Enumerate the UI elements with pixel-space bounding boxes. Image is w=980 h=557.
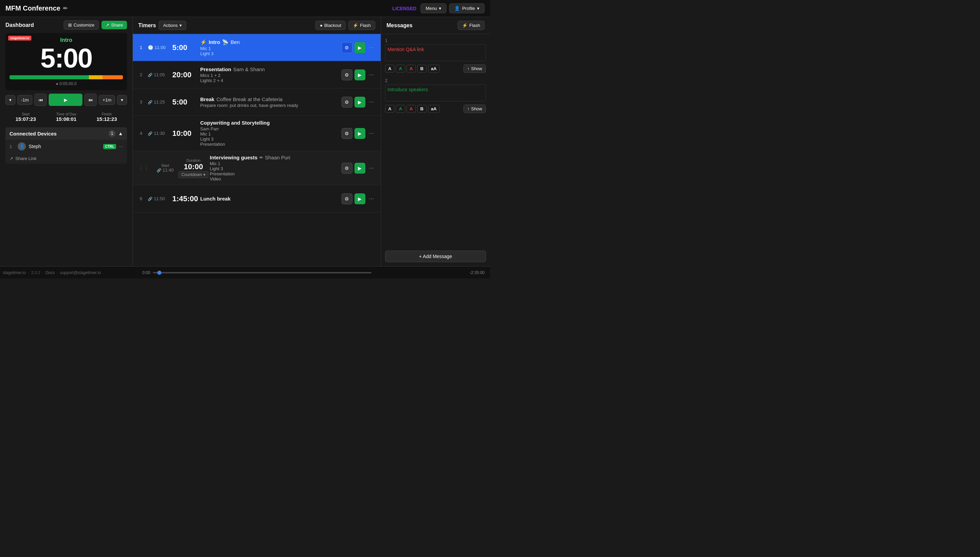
row-more-button[interactable]: ··· xyxy=(368,130,375,137)
blackout-button[interactable]: ● Blackout xyxy=(315,21,346,30)
row-settings-button[interactable]: ⚙ xyxy=(342,128,352,139)
customize-button[interactable]: ⊞ Customize xyxy=(63,20,99,29)
row-sub: Mics 1 + 2Lights 2 + 4 xyxy=(200,73,337,83)
row-more-button[interactable]: ··· xyxy=(368,44,375,51)
timer-row-editing: ⋮⋮ Start 🔗 11:40 Duration 10:00 Countdow… xyxy=(133,151,381,185)
row-name: Break Coffee Break at the Cafeteria xyxy=(200,96,337,102)
actions-button[interactable]: Actions ▾ xyxy=(159,21,186,30)
format-aA-button[interactable]: aA xyxy=(428,65,440,73)
row5-start-group: Start 🔗 11:40 xyxy=(153,163,177,173)
row-actions: ⚙ ▶ ··· xyxy=(342,42,375,53)
device-more-button[interactable]: ··· xyxy=(119,144,123,149)
row-play-button[interactable]: ▶ xyxy=(355,42,365,53)
timeline-track[interactable] xyxy=(153,272,371,274)
format-A-button[interactable]: A xyxy=(385,65,394,73)
message-text-input[interactable]: Introduce speakers xyxy=(385,85,486,101)
messages-title: Messages xyxy=(386,23,457,29)
brand-logo: stagetimer.io xyxy=(8,36,31,41)
finish-label: Finish xyxy=(96,112,117,116)
row-settings-button[interactable]: ⚙ xyxy=(342,97,352,107)
row-play-button[interactable]: ▶ xyxy=(355,70,365,80)
message-toolbar: A A A B aA ↑ Show xyxy=(385,104,486,113)
play-button[interactable]: ▶ xyxy=(49,94,82,106)
messages-flash-button[interactable]: ⚡ Flash xyxy=(457,21,485,30)
timeline-end: -2:35:00 xyxy=(470,270,485,275)
blackout-label: Blackout xyxy=(324,23,341,28)
timers-title: Timers xyxy=(138,23,156,29)
app-title-text: MFM Conference xyxy=(5,5,60,12)
format-B-button[interactable]: B xyxy=(417,65,427,73)
edit-icon[interactable]: ✏ xyxy=(259,155,263,160)
timeline-thumb[interactable] xyxy=(157,271,161,275)
message-text-input[interactable]: Mention Q&A link xyxy=(385,44,486,61)
format-A-red-button[interactable]: A xyxy=(407,105,416,113)
plus1-button[interactable]: +1m xyxy=(99,95,115,105)
format-A-button[interactable]: A xyxy=(385,105,394,113)
footer-version: 2.0.2 xyxy=(31,270,40,275)
countdown-button[interactable]: Countdown ▾ xyxy=(178,171,209,178)
row-settings-button[interactable]: ⚙ xyxy=(342,42,352,53)
edit-title-icon[interactable]: ✏ xyxy=(63,5,67,11)
row-play-button[interactable]: ▶ xyxy=(355,194,365,204)
start-label: Start xyxy=(161,163,169,168)
time-of-day-label: Time of Day xyxy=(56,112,76,116)
row-name: ⚡ Intro 📡 Ben xyxy=(200,39,337,45)
flash-button[interactable]: ⚡ Flash xyxy=(348,21,375,30)
actions-chevron-icon: ▾ xyxy=(179,23,182,28)
format-A-red-button[interactable]: A xyxy=(407,65,416,73)
share-link-icon: ↗ xyxy=(10,156,13,161)
skip-back-button[interactable]: ⏮ xyxy=(34,94,47,106)
timeline-start: 0:00 xyxy=(142,270,150,275)
timer-controls: ▾ -1m ⏮ ▶ ⏭ +1m ▾ xyxy=(0,90,132,109)
message-show-button[interactable]: ↑ Show xyxy=(464,104,486,113)
row5-play-button[interactable]: ▶ xyxy=(355,163,365,174)
skip-forward-button[interactable]: ⏭ xyxy=(85,94,97,106)
row-play-button[interactable]: ▶ xyxy=(355,128,365,139)
footer-info: stagetimer.io · 2.0.2 · Docs · support@s… xyxy=(3,270,135,275)
link-icon: 🔗 xyxy=(148,73,153,77)
row-actions: ⚙ ▶ ··· xyxy=(342,128,375,139)
dropdown-control-button[interactable]: ▾ xyxy=(5,95,15,105)
row-info: Lunch break xyxy=(200,196,337,202)
devices-header[interactable]: Connected Devices 1 ▲ xyxy=(5,127,127,140)
menu-button[interactable]: Menu ▾ xyxy=(420,3,446,13)
timer-progress-bar xyxy=(10,75,123,79)
row-start: 🔗 11:30 xyxy=(148,131,168,136)
row-more-button[interactable]: ··· xyxy=(368,195,375,202)
footer-support-link[interactable]: support@stagetimer.io xyxy=(60,270,101,275)
row-play-button[interactable]: ▶ xyxy=(355,97,365,107)
share-button[interactable]: ↗ Share xyxy=(101,21,127,29)
row-actions: ⚙ ▶ ··· xyxy=(342,70,375,80)
minus1-button[interactable]: -1m xyxy=(17,95,33,105)
row-settings-button[interactable]: ⚙ xyxy=(342,70,352,80)
format-B-button[interactable]: B xyxy=(417,105,427,113)
row-actions: ⚙ ▶ ··· xyxy=(342,97,375,107)
more-control-button[interactable]: ▾ xyxy=(117,95,127,105)
add-message-button[interactable]: + Add Message xyxy=(385,251,486,262)
row5-settings-button[interactable]: ⚙ xyxy=(342,163,352,174)
drag-handle-icon[interactable]: ⋮⋮ xyxy=(138,165,149,171)
footer-separator: · xyxy=(28,270,29,275)
row-settings-button[interactable]: ⚙ xyxy=(342,194,352,204)
flash-label: Flash xyxy=(360,23,371,28)
footer-docs-link[interactable]: Docs xyxy=(45,270,54,275)
message-num: 1 xyxy=(385,38,486,43)
progress-orange xyxy=(103,75,123,79)
row-sub: Sam Parr Mic 1Light 3Presentation xyxy=(200,126,337,147)
share-link-row[interactable]: ↗ Share Link xyxy=(5,153,127,164)
format-A-green-button[interactable]: A xyxy=(396,105,405,113)
devices-title: Connected Devices xyxy=(10,131,109,137)
row-more-button[interactable]: ··· xyxy=(368,98,375,106)
row-duration: 5:00 xyxy=(172,98,196,107)
row5-more-button[interactable]: ··· xyxy=(368,164,375,172)
profile-button[interactable]: 👤 Profile ▾ xyxy=(449,3,485,13)
message-show-button[interactable]: ↑ Show xyxy=(464,64,486,73)
format-A-green-button[interactable]: A xyxy=(396,65,405,73)
row-more-button[interactable]: ··· xyxy=(368,71,375,78)
row-name: Presentation Sam & Shann xyxy=(200,67,337,72)
footer-site-link[interactable]: stagetimer.io xyxy=(3,270,26,275)
timer-row: 3 🔗 11:25 5:00 Break Coffee Break at the… xyxy=(133,88,381,116)
wireless-icon: 📡 xyxy=(222,39,228,45)
customize-label: Customize xyxy=(73,23,94,28)
format-aA-button[interactable]: aA xyxy=(428,105,440,113)
